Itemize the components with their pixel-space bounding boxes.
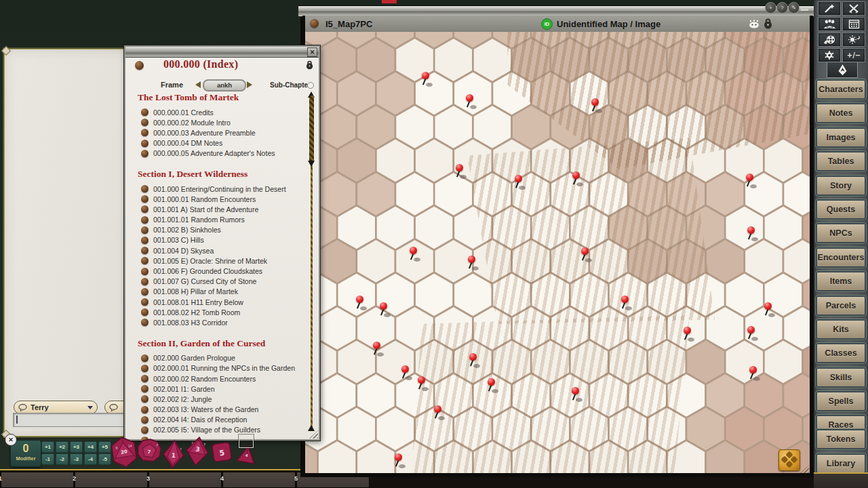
modifier-minus-button[interactable]: -2 bbox=[56, 453, 68, 465]
index-entry[interactable]: 000.000.01 Credits bbox=[141, 107, 307, 117]
map-pin[interactable] bbox=[768, 307, 770, 308]
index-entry[interactable]: 001.008 H) Pillar of Martek bbox=[141, 287, 307, 297]
sidebar-button[interactable]: Quests bbox=[816, 199, 866, 220]
index-window[interactable]: ✕ 000.000 (Index) Frame ankh Sub-Chapter… bbox=[124, 45, 320, 441]
index-entry[interactable]: 001.008.02 H2 Tomb Room bbox=[141, 307, 307, 317]
map-pin[interactable] bbox=[377, 346, 378, 348]
index-entry[interactable]: 001.008.03 H3 Corridor bbox=[141, 317, 307, 327]
sidebar-button[interactable]: Library bbox=[816, 453, 866, 474]
modifiers-plus-minus-icon[interactable]: +/− bbox=[842, 48, 865, 62]
hotkey-slot[interactable]: 1 bbox=[1, 472, 74, 488]
map-pin[interactable] bbox=[472, 260, 473, 262]
map-pin[interactable] bbox=[519, 180, 520, 181]
index-entry[interactable]: 002.001 I1: Garden bbox=[141, 384, 307, 394]
close-icon[interactable]: ✕ bbox=[307, 47, 317, 57]
map-pin[interactable] bbox=[438, 410, 439, 411]
map-pin[interactable] bbox=[399, 458, 400, 460]
map-pin[interactable] bbox=[751, 331, 753, 332]
map-pin[interactable] bbox=[585, 252, 587, 253]
map-pin[interactable] bbox=[753, 371, 755, 372]
index-titlebar[interactable] bbox=[125, 47, 319, 58]
die-d8[interactable]: 3 1 7 bbox=[184, 435, 211, 468]
map-toolbar-toggle-button[interactable] bbox=[778, 449, 800, 471]
map-pin[interactable] bbox=[576, 176, 578, 178]
index-entry[interactable]: 001.004 D) Skysea bbox=[141, 245, 307, 256]
index-entry[interactable]: 001.005 E) Oracle: Shrine of Martek bbox=[141, 256, 307, 266]
chat-speaker-dropdown[interactable]: Terry bbox=[14, 401, 98, 414]
eye-icon[interactable] bbox=[748, 20, 760, 28]
map-pin[interactable] bbox=[473, 358, 475, 359]
tokens-bag-icon[interactable] bbox=[818, 33, 841, 47]
calendar-icon[interactable] bbox=[842, 17, 865, 31]
options-gear-icon[interactable] bbox=[818, 48, 841, 62]
die-d6[interactable]: 5 bbox=[210, 441, 233, 464]
map-pin[interactable] bbox=[751, 231, 753, 232]
index-entry[interactable]: 002.002 I2: Jungle bbox=[141, 394, 307, 404]
window-orb-icon[interactable] bbox=[310, 19, 319, 28]
sidebar-button[interactable]: Tokens bbox=[816, 429, 866, 449]
pointer-icon[interactable] bbox=[818, 1, 841, 16]
map-pin[interactable] bbox=[360, 300, 361, 302]
modifier-plus-button[interactable]: +2 bbox=[56, 441, 68, 453]
index-entry[interactable]: 002.000 Garden Prologue bbox=[141, 353, 307, 363]
sidebar-button[interactable]: Notes bbox=[816, 103, 866, 123]
sidebar-button[interactable]: Classes bbox=[816, 343, 866, 363]
window-orb-icon[interactable] bbox=[135, 61, 144, 70]
die-d10[interactable]: 1 7 bbox=[162, 439, 186, 469]
index-entry[interactable]: 001.007 G) Cursed City of Stone bbox=[141, 277, 307, 287]
index-entry[interactable]: 001.001 A) Start of the Adventure bbox=[141, 204, 307, 214]
index-entry[interactable]: 000.000.05 Adventure Adapter's Notes bbox=[141, 148, 307, 159]
modifier-minus-button[interactable]: -1 bbox=[41, 453, 54, 465]
modifier-minus-button[interactable]: -4 bbox=[84, 453, 97, 465]
map-pin[interactable] bbox=[406, 370, 407, 371]
modifier-clear-button[interactable]: ✕ bbox=[5, 434, 17, 446]
index-entry[interactable]: 001.003 C) Hills bbox=[141, 235, 307, 245]
map-pin[interactable] bbox=[576, 392, 577, 393]
map-draw-button[interactable]: ✎ bbox=[788, 2, 800, 14]
modifier-minus-button[interactable]: -3 bbox=[70, 453, 83, 465]
index-entry[interactable]: 002.000.01 Running the NPCs in the Garde… bbox=[141, 363, 307, 373]
index-entry[interactable]: 001.002 B) Sinkholes bbox=[141, 225, 307, 235]
scroll-down-icon[interactable] bbox=[308, 425, 315, 431]
sidebar-collapse-button[interactable] bbox=[827, 62, 858, 78]
map-pin[interactable] bbox=[422, 381, 423, 382]
map-pin[interactable] bbox=[688, 331, 689, 333]
sidebar-button[interactable]: NPCs bbox=[816, 223, 866, 243]
characters-group-icon[interactable] bbox=[818, 17, 841, 31]
sidebar-button[interactable]: Tables bbox=[816, 151, 866, 171]
map-pin[interactable] bbox=[492, 383, 493, 384]
map-pin[interactable] bbox=[460, 169, 461, 170]
sidebar-button[interactable]: Images bbox=[816, 127, 866, 148]
index-entry[interactable]: 000.000.03 Adventure Preamble bbox=[141, 127, 307, 138]
map-pin[interactable] bbox=[426, 77, 427, 78]
map-pin[interactable] bbox=[414, 251, 415, 253]
sidebar-button[interactable]: Story bbox=[816, 176, 866, 196]
sidebar-button[interactable]: Parcels bbox=[816, 296, 866, 316]
index-entry[interactable]: 002.004 I4: Dais of Reception bbox=[141, 415, 307, 425]
subchapter-radio[interactable] bbox=[307, 82, 314, 89]
index-entry[interactable]: 000.000.02 Module Intro bbox=[141, 117, 307, 127]
index-entry[interactable]: 001.000 Entering/Continuing in the Deser… bbox=[141, 184, 307, 194]
index-entry[interactable]: 002.000.02 Random Encounters bbox=[141, 373, 307, 384]
die-d20[interactable]: 20 8 14 bbox=[108, 434, 140, 470]
sidebar-button[interactable]: Characters bbox=[816, 79, 866, 100]
index-entry[interactable]: 001.001.01 Random Rumors bbox=[141, 215, 307, 225]
index-entry[interactable]: 001.006 F) Grounded Cloudskates bbox=[141, 266, 307, 276]
lighting-sun-icon[interactable] bbox=[842, 33, 865, 47]
die-d12[interactable]: 7 2 bbox=[136, 437, 162, 464]
scrollbar-thumb[interactable] bbox=[309, 96, 314, 163]
modifier-plus-button[interactable]: +4 bbox=[84, 441, 97, 453]
index-entry[interactable]: 002.003 I3: Waters of the Garden bbox=[141, 405, 307, 415]
map-pin[interactable] bbox=[750, 178, 751, 180]
map-help-button[interactable]: ? bbox=[776, 2, 788, 14]
sidebar-button[interactable]: Encounters bbox=[816, 247, 866, 268]
sidebar-button[interactable]: Kits bbox=[816, 319, 866, 340]
lock-icon[interactable] bbox=[306, 60, 313, 70]
index-entry[interactable]: 001.000.01 Random Encounters bbox=[141, 194, 307, 204]
map-pin[interactable] bbox=[625, 300, 627, 302]
modifier-plus-button[interactable]: +1 bbox=[41, 441, 54, 453]
index-scrollbar[interactable] bbox=[309, 92, 315, 434]
map-zoom-button[interactable]: + bbox=[765, 2, 776, 14]
index-entry[interactable]: 001.008.01 H11 Entry Below bbox=[141, 297, 307, 307]
crossed-swords-icon[interactable] bbox=[842, 1, 865, 16]
